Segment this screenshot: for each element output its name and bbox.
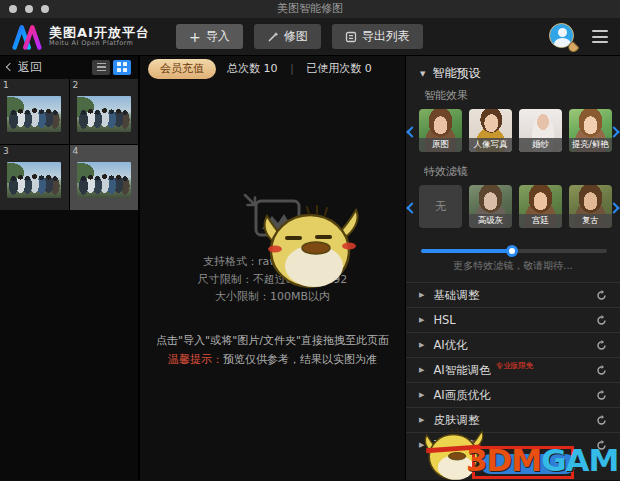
reset-icon[interactable]	[596, 290, 607, 301]
export-list-button[interactable]: 导出列表	[332, 24, 423, 49]
tip-label: 温馨提示：	[168, 353, 223, 366]
brand-subtitle: Meitu AI Open Platform	[49, 40, 150, 47]
window-titlebar: 美图智能修图	[0, 0, 620, 18]
list-view-icon	[97, 63, 106, 72]
section-basic-adjust[interactable]: ▶ 基础调整	[406, 282, 620, 307]
meitu-logo-icon	[12, 24, 42, 50]
caret-right-icon: ▶	[419, 366, 424, 374]
reset-icon[interactable]	[596, 440, 607, 451]
section-label: AI智能调色	[433, 363, 490, 378]
filter-palace[interactable]: 宫廷	[519, 185, 562, 228]
stats-divider: ｜	[287, 61, 298, 76]
caret-right-icon: ▶	[419, 416, 424, 424]
grid-view-icon	[117, 62, 127, 72]
filter-vintage[interactable]: 复古	[569, 185, 612, 228]
drag-drop-hint: 点击"导入"或将"图片/文件夹"直接拖拽至此页面	[140, 333, 405, 348]
filesize-line: 大小限制：100MB以内	[140, 288, 405, 306]
import-button[interactable]: + 导入	[176, 24, 243, 49]
thumbnail-item-4-selected[interactable]: 4	[70, 145, 139, 210]
member-recharge-button[interactable]: 会员充值	[148, 59, 216, 79]
thumbnail-number: 1	[3, 80, 9, 90]
thumbnail-item-1[interactable]: 1	[0, 79, 69, 144]
section-facial-features[interactable]: ▶ 五官调整	[406, 432, 620, 457]
caret-right-icon: ▶	[419, 316, 424, 324]
section-label: 五官调整	[433, 438, 479, 453]
preset-original[interactable]: 原图	[419, 109, 462, 152]
preset-label: 提亮/鲜艳	[569, 138, 612, 152]
filter-none[interactable]: 无	[419, 185, 462, 228]
filter-slider-fill	[421, 249, 512, 253]
thumbnail-photo	[7, 162, 61, 198]
thumbnail-photo	[77, 96, 131, 132]
filter-label: 复古	[569, 214, 612, 228]
section-hsl[interactable]: ▶ HSL	[406, 307, 620, 332]
section-label: 皮肤调整	[433, 413, 479, 428]
thumbnail-item-3[interactable]: 3	[0, 145, 69, 210]
section-skin-adjust[interactable]: ▶ 皮肤调整	[406, 407, 620, 432]
app-toolbar: 美图AI开放平台 Meitu AI Open Platform + 导入 修图 …	[0, 18, 620, 56]
thumbnail-photo	[77, 162, 131, 198]
caret-right-icon: ▶	[419, 341, 424, 349]
presets-prev-icon[interactable]	[406, 126, 417, 137]
retouch-button[interactable]: 修图	[254, 24, 321, 49]
retouch-button-label: 修图	[284, 28, 308, 45]
filter-intensity-slider[interactable]	[421, 244, 607, 257]
menu-button[interactable]	[592, 30, 608, 43]
thumbnail-number: 3	[3, 146, 9, 156]
user-avatar[interactable]	[549, 23, 576, 50]
smart-preset-header[interactable]: ▼ 智能预设	[420, 65, 480, 82]
thumbnail-photo	[7, 96, 61, 132]
section-label: 基础调整	[433, 288, 479, 303]
filter-slider-handle[interactable]	[506, 245, 518, 257]
preset-strip: 原图 人像写真 婚纱 提亮/鲜艳	[419, 109, 610, 152]
section-ai-color-grading[interactable]: ▶ AI智能调色 专业版限免	[406, 357, 620, 382]
thumbnail-number: 4	[73, 146, 79, 156]
chick-mascot-image	[260, 198, 362, 290]
reset-icon[interactable]	[596, 365, 607, 376]
pro-free-badge: 专业版限免	[496, 361, 534, 371]
reset-icon[interactable]	[596, 390, 607, 401]
export-list-button-label: 导出列表	[362, 28, 410, 45]
caret-right-icon: ▶	[419, 441, 424, 449]
preset-label: 婚纱	[519, 138, 562, 152]
reset-icon[interactable]	[596, 415, 607, 426]
preset-portrait-photo[interactable]: 人像写真	[469, 109, 512, 152]
brand-logo: 美图AI开放平台 Meitu AI Open Platform	[12, 24, 150, 50]
preset-label: 人像写真	[469, 138, 512, 152]
grid-view-button[interactable]	[113, 60, 131, 75]
magic-wand-icon	[267, 31, 279, 43]
list-view-button[interactable]	[92, 60, 110, 75]
thumbnail-item-2[interactable]: 2	[70, 79, 139, 144]
filter-label: 宫廷	[519, 214, 562, 228]
brand-name: 美图AI开放平台	[49, 26, 150, 40]
section-label: HSL	[433, 313, 455, 327]
preset-wedding[interactable]: 婚纱	[519, 109, 562, 152]
section-ai-quality[interactable]: ▶ AI画质优化	[406, 382, 620, 407]
filters-prev-icon[interactable]	[406, 202, 417, 213]
thumbnail-sidebar: 返回 1 2 3	[0, 56, 140, 480]
thumbnail-grid: 1 2 3 4	[0, 79, 138, 210]
adjustment-sections: ▶ 基础调整 ▶ HSL ▶ AI优化 ▶ AI智能调色 专业版限免 ▶	[406, 282, 620, 457]
import-button-label: 导入	[206, 28, 230, 45]
caret-right-icon: ▶	[419, 391, 424, 399]
effect-filters-label: 特效滤镜	[424, 164, 468, 179]
smart-effects-label: 智能效果	[424, 88, 468, 103]
caret-right-icon: ▶	[419, 291, 424, 299]
preset-brighten-vivid[interactable]: 提亮/鲜艳	[569, 109, 612, 152]
filter-premium-gray[interactable]: 高级灰	[469, 185, 512, 228]
window-title: 美图智能修图	[0, 0, 620, 18]
caret-down-icon: ▼	[420, 70, 425, 78]
smart-preset-title: 智能预设	[432, 65, 480, 82]
section-ai-optimize[interactable]: ▶ AI优化	[406, 332, 620, 357]
smart-preset-panel: ▼ 智能预设 智能效果 原图 人像写真 婚纱 提亮/鲜艳 特效滤镜 无	[405, 56, 620, 480]
back-button[interactable]: 返回	[7, 59, 42, 76]
filter-label: 高级灰	[469, 214, 512, 228]
main-canvas-area: 会员充值 总次数 10 ｜ 已使用次数 0 支持格式：raw、j	[140, 56, 405, 480]
reset-icon[interactable]	[596, 340, 607, 351]
thumbnail-number: 2	[73, 80, 79, 90]
back-button-label: 返回	[18, 59, 42, 76]
used-count-label: 已使用次数 0	[306, 61, 372, 76]
section-label: AI优化	[433, 338, 467, 353]
reset-icon[interactable]	[596, 315, 607, 326]
filter-strip: 无 高级灰 宫廷 复古	[419, 185, 610, 228]
